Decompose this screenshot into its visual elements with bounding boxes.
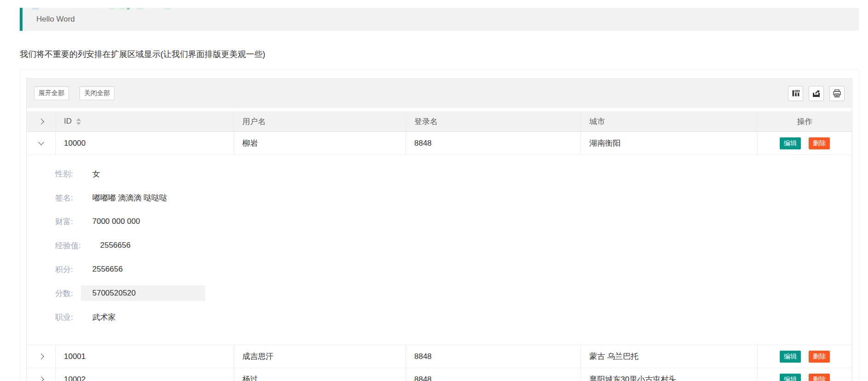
detail-value: 2556656 — [92, 265, 123, 274]
delete-button[interactable]: 删除 — [809, 137, 830, 149]
detail-row: 签名: 嘟嘟嘟 滴滴滴 哒哒哒 — [55, 186, 852, 210]
header-login: 登录名 — [406, 111, 581, 131]
sort-icon[interactable] — [76, 118, 81, 125]
table-row: 10000 柳岩 8848 湖南衡阳 编辑 删除 — [27, 132, 852, 155]
table-row: 10001 成吉思汗 8848 蒙古 乌兰巴托 编辑 删除 — [27, 345, 852, 368]
detail-row: 分数: 5700520520 — [55, 281, 852, 305]
header-username: 用户名 — [234, 111, 406, 131]
quote-text: Hello Word — [36, 15, 75, 24]
table-card: 展开全部 关闭全部 — [20, 69, 859, 381]
detail-value: 女 — [92, 169, 100, 179]
header-actions: 操作 — [758, 111, 852, 131]
detail-label: 签名: — [55, 193, 73, 203]
collapse-all-button[interactable]: 关闭全部 — [80, 86, 114, 100]
score-input[interactable]: 5700520520 — [81, 285, 205, 301]
cell-actions: 编辑 删除 — [758, 368, 852, 381]
columns-filter-button[interactable] — [788, 86, 803, 101]
toolbar-right-icons — [788, 86, 845, 101]
table-toolbar: 展开全部 关闭全部 — [27, 79, 852, 108]
chevron-right-icon — [38, 376, 44, 381]
detail-value: 嘟嘟嘟 滴滴滴 哒哒哒 — [92, 193, 167, 203]
cell-city: 襄阳城东30里小古屯村头 — [581, 368, 758, 381]
cutoff-fragment — [32, 8, 39, 10]
table-row: 10002 杨过 8848 襄阳城东30里小古屯村头 编辑 删除 — [27, 368, 852, 381]
edit-button[interactable]: 编辑 — [780, 374, 801, 381]
delete-button[interactable]: 删除 — [809, 374, 830, 381]
cell-id: 10001 — [56, 345, 234, 368]
detail-row: 经验值: 2556656 — [55, 233, 852, 257]
cell-username: 杨过 — [234, 368, 406, 381]
table-header-row: ID 用户名 登录名 城市 操作 — [27, 111, 852, 132]
page-description: 我们将不重要的列安排在扩展区域显示(让我们界面排版更美观一些) — [20, 50, 859, 59]
detail-label: 财富: — [55, 216, 73, 227]
cutoff-fragment — [127, 8, 130, 10]
quote-block: Hello Word — [20, 8, 859, 31]
detail-value: 7000 000 000 — [92, 217, 140, 226]
cutoff-fragment — [109, 8, 115, 10]
row-expand-toggle[interactable] — [27, 345, 56, 368]
cell-login: 8848 — [406, 345, 581, 368]
detail-row: 财富: 7000 000 000 — [55, 210, 852, 233]
cutoff-fragment — [165, 8, 170, 10]
cell-username: 成吉思汗 — [234, 345, 406, 368]
export-icon — [812, 89, 821, 98]
edit-button[interactable]: 编辑 — [780, 137, 801, 149]
detail-label: 性别: — [55, 169, 73, 179]
detail-value: 2556656 — [100, 241, 131, 250]
cell-city: 湖南衡阳 — [581, 132, 758, 154]
chevron-down-icon — [38, 139, 44, 145]
detail-row: 职业: 武术家 — [55, 305, 852, 329]
cell-username: 柳岩 — [234, 132, 406, 154]
cutoff-fragment — [120, 8, 125, 10]
header-id[interactable]: ID — [56, 111, 234, 131]
cell-id: 10002 — [56, 368, 234, 381]
row-expand-toggle[interactable] — [27, 368, 56, 381]
print-icon — [833, 89, 841, 98]
detail-row: 积分: 2556656 — [55, 257, 852, 281]
detail-label: 分数: — [55, 288, 73, 299]
row-expanded-detail: 性别: 女 签名: 嘟嘟嘟 滴滴滴 哒哒哒 财富: 7000 000 000 经… — [27, 155, 852, 345]
detail-label: 经验值: — [55, 240, 81, 251]
detail-value: 武术家 — [92, 312, 116, 323]
chevron-right-icon — [38, 353, 44, 359]
row-collapse-toggle[interactable] — [27, 132, 56, 154]
table-view: 展开全部 关闭全部 — [26, 78, 852, 381]
cell-login: 8848 — [406, 368, 581, 381]
expand-all-button[interactable]: 展开全部 — [34, 86, 69, 100]
cell-city: 蒙古 乌兰巴托 — [581, 345, 758, 368]
export-button[interactable] — [809, 86, 824, 101]
header-expand-cell — [27, 111, 56, 131]
delete-button[interactable]: 删除 — [809, 351, 830, 363]
edit-button[interactable]: 编辑 — [780, 351, 801, 363]
cell-actions: 编辑 删除 — [758, 345, 852, 368]
cell-id: 10000 — [56, 132, 234, 154]
detail-label: 积分: — [55, 264, 73, 275]
cell-login: 8848 — [406, 132, 581, 154]
chevron-right-icon — [38, 119, 44, 125]
page: Hello Word 我们将不重要的列安排在扩展区域显示(让我们界面排版更美观一… — [0, 8, 868, 381]
detail-row: 性别: 女 — [55, 162, 852, 186]
header-city: 城市 — [581, 111, 758, 131]
cell-actions: 编辑 删除 — [758, 132, 852, 154]
cutoff-fragment — [137, 8, 143, 10]
print-button[interactable] — [829, 86, 845, 101]
columns-filter-icon — [792, 89, 800, 97]
detail-label: 职业: — [55, 312, 73, 323]
